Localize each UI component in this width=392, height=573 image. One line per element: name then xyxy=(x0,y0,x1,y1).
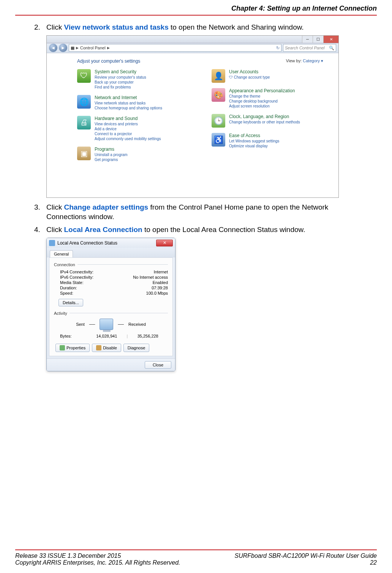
ipv6-value: No Internet access xyxy=(133,275,168,279)
category-item: ♿Ease of AccessLet Windows suggest setti… xyxy=(212,133,323,148)
step-3-number: 3. xyxy=(34,202,46,222)
category-icon: 👤 xyxy=(212,69,225,83)
step-3: 3. Click Change adapter settings from th… xyxy=(34,202,365,222)
category-sublink[interactable]: Add a device xyxy=(95,126,161,131)
ipv4-label: IPv4 Connectivity: xyxy=(60,270,93,274)
category-icon: 🎨 xyxy=(212,88,225,102)
speed-label: Speed: xyxy=(60,291,73,295)
category-sublink[interactable]: View network status and tasks xyxy=(95,101,162,106)
category-sublink[interactable]: Back up your computer xyxy=(95,80,146,85)
category-sublink[interactable]: Adjust screen resolution xyxy=(229,104,295,109)
ipv4-value: Internet xyxy=(154,270,168,274)
category-sublink[interactable]: Uninstall a program xyxy=(95,152,128,157)
step-4-post: to open the Local Area Connection Status… xyxy=(142,226,305,234)
close-button-footer[interactable]: Close xyxy=(145,361,171,369)
bytes-recv-value: 35,256,228 xyxy=(128,334,168,338)
category-sublink[interactable]: Change keyboards or other input methods xyxy=(229,120,300,125)
search-input[interactable]: Search Control Panel 🔍 xyxy=(283,44,336,52)
category-title[interactable]: User Accounts xyxy=(229,69,270,74)
category-item: ▣ProgramsUninstall a programGet programs xyxy=(77,147,189,162)
nav-back-button[interactable]: ◄ xyxy=(49,44,57,52)
tab-general[interactable]: General xyxy=(50,250,73,257)
footer-copyright: Copyright ARRIS Enterprises, Inc. 2015. … xyxy=(15,559,180,566)
control-panel-icon: ▦ xyxy=(71,46,74,51)
lac-status-window: Local Area Connection Status ✕ General C… xyxy=(46,238,175,371)
category-icon: 🖨 xyxy=(77,116,91,129)
address-bar[interactable]: ▦ ▶ Control Panel ▶ ↻ xyxy=(69,44,281,52)
disable-button[interactable]: Disable xyxy=(92,344,121,352)
category-title[interactable]: Programs xyxy=(95,147,128,152)
step-2-link: View network status and tasks xyxy=(64,23,168,31)
breadcrumb-sep-icon: ▶ xyxy=(76,46,79,50)
group-connection-label: Connection xyxy=(54,262,168,267)
network-icon xyxy=(49,240,55,246)
nav-forward-button[interactable]: ► xyxy=(59,44,67,52)
close-button[interactable]: ✕ xyxy=(323,36,338,43)
category-title[interactable]: Ease of Access xyxy=(229,133,279,138)
step-2-number: 2. xyxy=(34,22,46,32)
step-2: 2. Click View network status and tasks t… xyxy=(34,22,365,32)
category-sublink[interactable]: Connect to a projector xyxy=(95,131,161,136)
properties-icon xyxy=(60,345,65,350)
category-title[interactable]: System and Security xyxy=(95,69,146,74)
step-4-pre: Click xyxy=(46,226,64,234)
lac-title-text: Local Area Connection Status xyxy=(57,240,117,246)
category-title[interactable]: Network and Internet xyxy=(95,95,162,100)
category-sublink[interactable]: Change the theme xyxy=(229,94,295,99)
category-sublink[interactable]: 🛡 Change account type xyxy=(229,75,270,80)
details-button[interactable]: Details... xyxy=(58,299,83,306)
category-item: 👤User Accounts🛡 Change account type xyxy=(212,69,323,83)
bytes-label: Bytes: xyxy=(60,334,87,338)
step-2-post: to open the Network and Sharing window. xyxy=(169,23,304,31)
dash-icon: ── xyxy=(89,322,95,327)
diagnose-button[interactable]: Diagnose xyxy=(123,344,149,352)
category-item: 🌐Network and InternetView network status… xyxy=(77,95,189,110)
footer-release: Release 33 ISSUE 1.3 December 2015 xyxy=(15,552,121,559)
ipv6-label: IPv6 Connectivity: xyxy=(60,275,93,279)
category-sublink[interactable]: Find and fix problems xyxy=(95,85,146,90)
header-rule xyxy=(15,15,377,16)
sent-label: Sent xyxy=(76,322,85,327)
disable-icon xyxy=(96,345,101,350)
category-icon: 🌐 xyxy=(77,95,91,109)
category-sublink[interactable]: Adjust commonly used mobility settings xyxy=(95,136,161,141)
category-icon: 🛡 xyxy=(77,69,91,83)
step-4-number: 4. xyxy=(34,225,46,235)
category-title[interactable]: Clock, Language, and Region xyxy=(229,114,300,119)
step-4-link: Local Area Connection xyxy=(64,226,142,234)
search-icon: 🔍 xyxy=(329,46,334,51)
close-button[interactable]: ✕ xyxy=(156,240,173,246)
properties-button[interactable]: Properties xyxy=(55,344,90,352)
received-label: Received xyxy=(128,322,146,327)
category-sublink[interactable]: Let Windows suggest settings xyxy=(229,139,279,144)
category-sublink[interactable]: Choose homegroup and sharing options xyxy=(95,106,162,110)
category-sublink[interactable]: Get programs xyxy=(95,157,128,162)
category-sublink[interactable]: Review your computer's status xyxy=(95,75,146,80)
refresh-icon[interactable]: ↻ xyxy=(276,46,280,51)
minimize-button[interactable]: ─ xyxy=(302,36,313,43)
category-item: 🎨Appearance and PersonalizationChange th… xyxy=(212,88,323,109)
media-value: Enabled xyxy=(153,280,168,285)
category-sublink[interactable]: View devices and printers xyxy=(95,122,161,126)
duration-label: Duration: xyxy=(60,286,77,290)
category-title[interactable]: Appearance and Personalization xyxy=(229,88,295,93)
category-icon: 🕒 xyxy=(212,114,225,128)
category-sublink[interactable]: Change desktop background xyxy=(229,99,295,104)
viewby-dropdown[interactable]: Category ▾ xyxy=(303,58,323,63)
adjust-settings-label: Adjust your computer's settings xyxy=(77,58,140,64)
maximize-button[interactable]: ☐ xyxy=(313,36,323,43)
media-label: Media State: xyxy=(60,280,84,285)
breadcrumb-control-panel[interactable]: Control Panel xyxy=(80,46,106,50)
dash-icon: ── xyxy=(118,322,124,327)
step-2-pre: Click xyxy=(46,23,64,31)
search-placeholder: Search Control Panel xyxy=(285,46,325,50)
chapter-title: Chapter 4: Setting up an Internet Connec… xyxy=(15,0,377,15)
category-title[interactable]: Hardware and Sound xyxy=(95,116,161,121)
category-sublink[interactable]: Optimize visual display xyxy=(229,144,279,148)
duration-value: 07:39:28 xyxy=(152,286,168,290)
category-item: 🕒Clock, Language, and RegionChange keybo… xyxy=(212,114,323,128)
page-footer: Release 33 ISSUE 1.3 December 2015 SURFb… xyxy=(15,549,377,566)
category-item: 🖨Hardware and SoundView devices and prin… xyxy=(77,116,189,141)
speed-value: 100.0 Mbps xyxy=(146,291,168,295)
category-item: 🛡System and SecurityReview your computer… xyxy=(77,69,189,90)
